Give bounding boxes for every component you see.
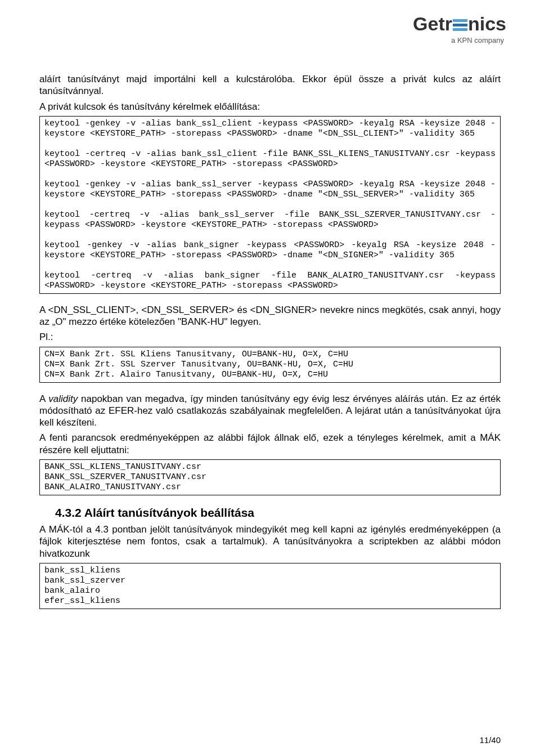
logo-bars-icon (453, 15, 467, 28)
logo-text-left: Getr (413, 13, 452, 34)
document-page: Getr nics a KPN company aláírt tanúsítvá… (0, 0, 540, 756)
page-number: 11/40 (479, 735, 501, 745)
validity-italic: validity (48, 393, 78, 404)
company-logo: Getr nics a KPN company (413, 14, 506, 44)
logo-text-right: nics (468, 13, 506, 34)
logo-tagline: a KPN company (413, 37, 506, 44)
logo-wordmark: Getr nics (413, 14, 506, 33)
validity-paragraph: A validity napokban van megadva, így min… (39, 393, 501, 429)
svg-rect-2 (453, 28, 467, 31)
validity-rest: napokban van megadva, így minden tanúsít… (39, 393, 501, 428)
dn-note-paragraph: A <DN_SSL_CLIENT>, <DN_SSL_SERVER> és <D… (39, 304, 501, 328)
section-heading-4-3-2: 4.3.2 Aláírt tanúsítványok beállítása (55, 506, 501, 520)
intro-paragraph-1: aláírt tanúsítványt majd importálni kell… (39, 73, 501, 97)
example-label: Pl.: (39, 331, 501, 343)
result-files-paragraph: A fenti parancsok eredményeképpen az alá… (39, 432, 501, 456)
code-block-cn-examples: CN=X Bank Zrt. SSL Kliens Tanusitvany, O… (39, 347, 501, 383)
validity-prefix: A (39, 393, 48, 404)
page-content: aláírt tanúsítványt majd importálni kell… (39, 73, 501, 609)
svg-rect-0 (453, 19, 467, 22)
section-paragraph: A MÁK-tól a 4.3 pontban jelölt tanúsítvá… (39, 524, 501, 560)
svg-rect-1 (453, 24, 467, 26)
code-block-script-refs: bank_ssl_kliens bank_ssl_szerver bank_al… (39, 563, 501, 609)
code-block-keytool: keytool -genkey -v -alias bank_ssl_clien… (39, 116, 501, 294)
intro-paragraph-2: A privát kulcsok és tanúsítvány kérelmek… (39, 101, 501, 113)
code-block-csr-files: BANK_SSL_KLIENS_TANUSITVANY.csr BANK_SSL… (39, 459, 501, 495)
